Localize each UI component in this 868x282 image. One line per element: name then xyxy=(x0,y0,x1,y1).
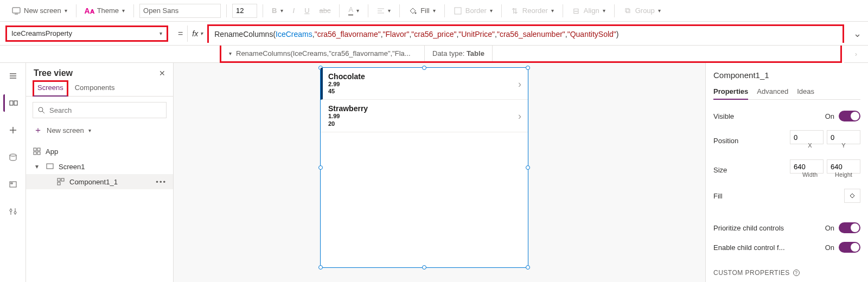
svg-rect-27 xyxy=(47,164,53,169)
resize-handle[interactable] xyxy=(526,165,530,170)
svg-rect-6 xyxy=(455,8,461,14)
plus-icon: ＋ xyxy=(34,125,42,136)
svg-point-5 xyxy=(415,12,417,14)
props-title: Component1_1 xyxy=(713,68,860,82)
tree-panel: Tree view ✕ Screens Components ＋ New scr… xyxy=(26,63,174,282)
left-rail xyxy=(0,63,26,282)
equals-label: = xyxy=(174,29,187,39)
underline-button[interactable]: U xyxy=(301,4,312,17)
resize-handle[interactable] xyxy=(526,265,530,270)
font-size-input[interactable] xyxy=(232,4,257,18)
chevron-down-icon: ▾ xyxy=(229,50,232,56)
chevron-right-icon: › xyxy=(518,111,521,122)
intellisense-next[interactable]: › xyxy=(844,46,868,63)
tab-ideas[interactable]: Ideas xyxy=(797,84,814,99)
border-icon xyxy=(454,7,462,15)
chevron-right-icon: › xyxy=(518,79,521,90)
advanced-tools-button[interactable] xyxy=(4,203,22,220)
top-toolbar: New screen ▾ Aᴀ Theme ▾ B▾ I U abc A▾ ▾ xyxy=(0,0,868,22)
list-item[interactable]: Strawberry 1.99 20 › xyxy=(321,100,528,132)
resize-handle[interactable] xyxy=(318,265,323,270)
fx-button[interactable]: fx ▾ xyxy=(187,25,207,42)
svg-rect-11 xyxy=(14,101,17,105)
resize-handle[interactable] xyxy=(318,165,323,170)
group-icon: ⧉ xyxy=(623,7,632,15)
data-button[interactable] xyxy=(4,149,22,166)
strike-button[interactable]: abc xyxy=(316,4,334,17)
canvas[interactable]: Chocolate 2.99 45 › Strawberry 1.99 20 › xyxy=(174,63,705,282)
list-item[interactable]: Chocolate 2.99 45 › xyxy=(321,68,528,100)
new-screen-button[interactable]: New screen ▾ xyxy=(9,4,71,17)
prop-size-label: Size xyxy=(713,166,727,174)
app-icon xyxy=(33,147,41,156)
align-text-button[interactable]: ▾ xyxy=(374,5,394,17)
reorder-icon: ⇅ xyxy=(510,7,519,15)
chevron-down-icon: ▾ xyxy=(433,8,436,14)
prioritize-toggle[interactable] xyxy=(839,222,860,233)
tab-properties[interactable]: Properties xyxy=(713,84,748,100)
component-selection[interactable]: Chocolate 2.99 45 › Strawberry 1.99 20 › xyxy=(320,67,528,268)
svg-rect-30 xyxy=(58,182,60,185)
visible-toggle[interactable] xyxy=(839,111,860,121)
intellisense-breadcrumb[interactable]: ▾ RenameColumns(IceCreams,"cra56_flavorn… xyxy=(221,46,425,61)
search-icon xyxy=(37,106,45,114)
chevron-down-icon: ▾ xyxy=(122,8,125,14)
theme-button[interactable]: Aᴀ Theme ▾ xyxy=(82,4,128,17)
screen-icon xyxy=(46,162,54,171)
chevron-down-icon: ▾ xyxy=(159,30,162,36)
reorder-button[interactable]: ⇅ Reorder ▾ xyxy=(507,4,557,17)
tree-item-app[interactable]: App xyxy=(26,144,173,159)
formula-bar: IceCreamsProperty ▾ = fx ▾ RenameColumns… xyxy=(0,22,868,46)
enablechild-toggle[interactable] xyxy=(839,242,860,253)
svg-rect-16 xyxy=(11,183,12,184)
tree-title: Tree view xyxy=(34,68,73,78)
hamburger-button[interactable] xyxy=(4,67,22,85)
chevron-down-icon: ▾ xyxy=(33,162,41,171)
more-button[interactable]: ••• xyxy=(156,178,167,186)
font-select[interactable] xyxy=(139,4,221,18)
svg-rect-26 xyxy=(37,152,40,155)
svg-rect-28 xyxy=(58,178,60,181)
prop-visible-label: Visible xyxy=(713,112,734,120)
align-icon: ⊟ xyxy=(572,7,580,15)
tree-view-button[interactable] xyxy=(3,94,21,112)
info-icon[interactable]: ? xyxy=(793,270,800,276)
insert-button[interactable] xyxy=(4,121,22,139)
italic-button[interactable]: I xyxy=(290,4,298,17)
expand-formula-button[interactable]: ⌄ xyxy=(846,28,868,40)
svg-rect-29 xyxy=(61,178,64,181)
svg-rect-25 xyxy=(34,152,36,155)
property-dropdown[interactable]: IceCreamsProperty ▾ xyxy=(5,25,168,42)
new-screen-tree-button[interactable]: ＋ New screen ▾ xyxy=(33,123,167,138)
prop-position-label: Position xyxy=(713,137,738,145)
tree-search[interactable] xyxy=(33,102,167,118)
chevron-down-icon: ▾ xyxy=(88,127,91,133)
fill-button[interactable]: Fill ▾ xyxy=(405,4,439,17)
svg-point-18 xyxy=(10,209,12,211)
resize-handle[interactable] xyxy=(422,265,426,270)
media-button[interactable] xyxy=(4,176,22,193)
tab-screens[interactable]: Screens xyxy=(33,80,68,97)
tree-item-component[interactable]: Component1_1 ••• xyxy=(26,174,173,189)
prop-fill-label: Fill xyxy=(713,192,723,200)
custom-properties-header: CUSTOM PROPERTIES ? xyxy=(713,269,860,277)
font-color-button[interactable]: A▾ xyxy=(345,3,362,18)
formula-input[interactable]: RenameColumns(IceCreams,"cra56_flavornam… xyxy=(207,24,844,43)
fill-picker[interactable] xyxy=(844,189,860,203)
border-button[interactable]: Border ▾ xyxy=(450,4,496,17)
tab-advanced[interactable]: Advanced xyxy=(757,84,788,99)
tab-components[interactable]: Components xyxy=(74,80,116,96)
bold-button[interactable]: B▾ xyxy=(269,4,286,17)
search-input[interactable] xyxy=(49,106,162,114)
close-icon[interactable]: ✕ xyxy=(159,69,165,78)
chevron-down-icon: ▾ xyxy=(200,30,203,36)
svg-rect-10 xyxy=(10,101,13,105)
svg-point-14 xyxy=(10,154,16,156)
svg-rect-0 xyxy=(12,8,20,13)
tree-item-screen1[interactable]: ▾ Screen1 xyxy=(26,159,173,174)
align-button[interactable]: ⊟ Align ▾ xyxy=(569,4,609,17)
svg-line-22 xyxy=(42,111,44,113)
group-button[interactable]: ⧉ Group ▾ xyxy=(620,4,664,17)
svg-rect-24 xyxy=(37,148,40,151)
svg-point-21 xyxy=(39,107,43,112)
